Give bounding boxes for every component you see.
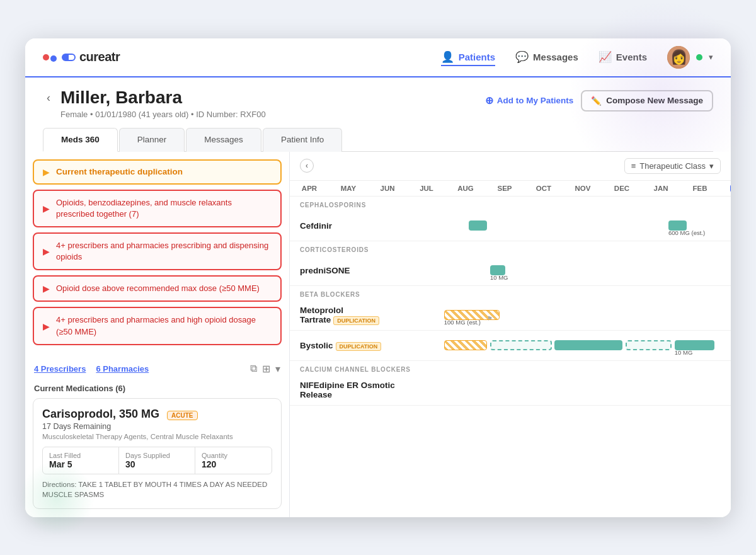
bar-label: 10 MG (490, 274, 508, 281)
tab-messages[interactable]: Messages (186, 128, 261, 152)
avatar (667, 46, 690, 69)
days-supplied-cell: Days Supplied 30 (119, 447, 195, 474)
patient-info-block: ‹ Miller, Barbara Female • 01/01/1980 (4… (43, 88, 266, 119)
current-meds-header: Current Medications (6) (25, 380, 289, 398)
bar-label: 600 MG (est.) (668, 229, 705, 236)
copy-icon[interactable]: ⧉ (250, 363, 257, 374)
last-filled-value: Mar 5 (49, 459, 112, 469)
flag-icon: ⚑ (487, 315, 493, 322)
logo-dot1 (43, 54, 49, 60)
drug-class-header-beta-blockers: BETA BLOCKERS (290, 286, 731, 300)
drug-row: BystolicDUPLICATION10 MG (290, 331, 731, 361)
arrow-right-icon-4: ▶ (43, 283, 50, 294)
pharmacies-link[interactable]: 6 Pharmacies (96, 364, 149, 374)
alert-text-prescribers: 4+ prescribers and pharmacies prescribin… (56, 240, 272, 263)
arrow-right-icon-2: ▶ (43, 203, 50, 214)
alert-text-opioids: Opioids, benzodiazepines, and muscle rel… (56, 197, 272, 220)
dropdown-chevron-icon: ▾ (709, 161, 714, 171)
logo-text: cureatr (79, 50, 120, 64)
chevron-down-icon[interactable]: ▾ (709, 52, 713, 62)
nav-patients[interactable]: 👤 Patients (441, 48, 495, 66)
logo: cureatr (43, 50, 120, 64)
alert-text-high-dosage: 4+ prescribers and pharmacies and high o… (56, 314, 272, 337)
duplication-badge: DUPLICATION (336, 342, 382, 351)
main-content: ▶ Current therapeutic duplication ▶ Opio… (25, 152, 731, 517)
patient-name: Miller, Barbara (60, 88, 266, 108)
alert-text-opioid-dose: Opioid dose above recommended max dose (… (56, 283, 260, 294)
nav-messages[interactable]: 💬 Messages (515, 48, 578, 66)
arrow-right-icon: ▶ (43, 167, 50, 177)
add-to-my-patients-button[interactable]: ⊕ Add to My Patients (485, 94, 574, 106)
top-nav: cureatr 👤 Patients 💬 Messages 📈 Events ▾ (25, 38, 731, 77)
timeline-header: ‹ ≡ Therapeutic Class ▾ (290, 152, 731, 181)
arrow-right-icon-3: ▶ (43, 246, 50, 256)
prescribers-link[interactable]: 4 Prescribers (34, 364, 86, 374)
drug-row: Metoprolol TartrateDUPLICATION100 MG (es… (290, 300, 731, 331)
tab-planner[interactable]: Planner (119, 128, 185, 152)
med-remaining: 17 Days Remaining (42, 422, 272, 431)
drug-section: CEPHALOSPORINSCefdinir600 MG (est.)CORTI… (290, 197, 731, 406)
drug-class-header-corticosteroids: CORTICOSTEROIDS (290, 241, 731, 256)
bar-label: 10 MG (675, 349, 693, 356)
nav-links: 👤 Patients 💬 Messages 📈 Events (441, 48, 647, 66)
medication-card: Carisoprodol, 350 MG ACUTE 17 Days Remai… (33, 398, 282, 509)
timeline-track: 600 MG (est.) (413, 217, 721, 234)
month-cell-nov: NOV (563, 181, 602, 196)
alert-therapeutic-duplication[interactable]: ▶ Current therapeutic duplication (33, 159, 282, 185)
expand-icon[interactable]: ▾ (275, 363, 280, 375)
nav-right: ▾ (667, 46, 713, 69)
patient-details: Miller, Barbara Female • 01/01/1980 (41 … (60, 88, 266, 119)
med-directions: Directions: TAKE 1 TABLET BY MOUTH 4 TIM… (42, 479, 272, 500)
alert-opioid-dose[interactable]: ▶ Opioid dose above recommended max dose… (33, 275, 282, 302)
months-row: APRMAYJUNJULAUGSEPOCTNOVDECJANFEBMARToda… (290, 181, 731, 197)
logo-dot2 (50, 55, 57, 62)
month-cell-sep: SEP (485, 181, 524, 196)
quantity-label: Quantity (202, 452, 265, 459)
last-filled-label: Last Filled (49, 452, 112, 459)
back-button[interactable]: ‹ (43, 90, 54, 106)
events-icon: 📈 (598, 50, 612, 64)
avatar-face (667, 46, 690, 69)
month-cell-may: MAY (329, 181, 368, 196)
month-cell-jun: JUN (368, 181, 407, 196)
drug-name: NIFEdipine ER Osmotic Release (300, 380, 413, 399)
tab-patient-info[interactable]: Patient Info (263, 128, 342, 152)
compose-new-message-button[interactable]: ✏️ Compose New Message (581, 90, 713, 112)
timeline-track (413, 381, 721, 399)
month-cell-aug: AUG (446, 181, 485, 196)
nav-events[interactable]: 📈 Events (598, 48, 647, 66)
tabs-row: Meds 360 Planner Messages Patient Info (43, 128, 713, 152)
prescriber-row: 4 Prescribers 6 Pharmacies ⧉ ⊞ ▾ (25, 358, 289, 380)
days-supplied-label: Days Supplied (125, 452, 188, 459)
month-cell-mar: MARToday (719, 181, 731, 196)
prescriber-icons: ⧉ ⊞ ▾ (250, 363, 280, 375)
drug-name: predniSONE (300, 266, 413, 275)
patient-meta: Female • 01/01/1980 (41 years old) • ID … (60, 110, 266, 119)
timeline-track: 10 MG (413, 336, 721, 354)
drug-class-header-cephalosporins: CEPHALOSPORINS (290, 197, 731, 211)
patient-header: ‹ Miller, Barbara Female • 01/01/1980 (4… (25, 77, 731, 152)
alert-high-dosage[interactable]: ▶ 4+ prescribers and pharmacies and high… (33, 307, 282, 345)
bar-label: 100 MG (est.) (444, 319, 481, 326)
filter-icon[interactable]: ⊞ (262, 363, 270, 375)
status-dot (696, 54, 702, 60)
alert-opioids[interactable]: ▶ Opioids, benzodiazepines, and muscle r… (33, 190, 282, 227)
bar-yellow-stripe (444, 340, 487, 350)
bar-teal (554, 340, 622, 350)
bar-dotted (626, 340, 672, 350)
month-cell-apr: APR (290, 181, 329, 196)
patient-nav-row: ‹ Miller, Barbara Female • 01/01/1980 (4… (43, 88, 713, 119)
alert-prescribers[interactable]: ▶ 4+ prescribers and pharmacies prescrib… (33, 232, 282, 270)
quantity-value: 120 (202, 459, 265, 469)
drug-row: predniSONE10 MG (290, 256, 731, 286)
bar-teal (469, 220, 487, 231)
timeline-track: 10 MG (413, 261, 721, 279)
drug-row: NIFEdipine ER Osmotic Release (290, 375, 731, 406)
tab-meds360[interactable]: Meds 360 (43, 128, 118, 152)
compose-icon: ✏️ (591, 96, 602, 106)
timeline-prev-button[interactable]: ‹ (300, 159, 314, 173)
therapeutic-class-filter[interactable]: ≡ Therapeutic Class ▾ (624, 158, 721, 174)
month-cell-jan: JAN (641, 181, 680, 196)
med-name: Carisoprodol, 350 MG (42, 408, 159, 421)
patients-icon: 👤 (441, 50, 454, 64)
